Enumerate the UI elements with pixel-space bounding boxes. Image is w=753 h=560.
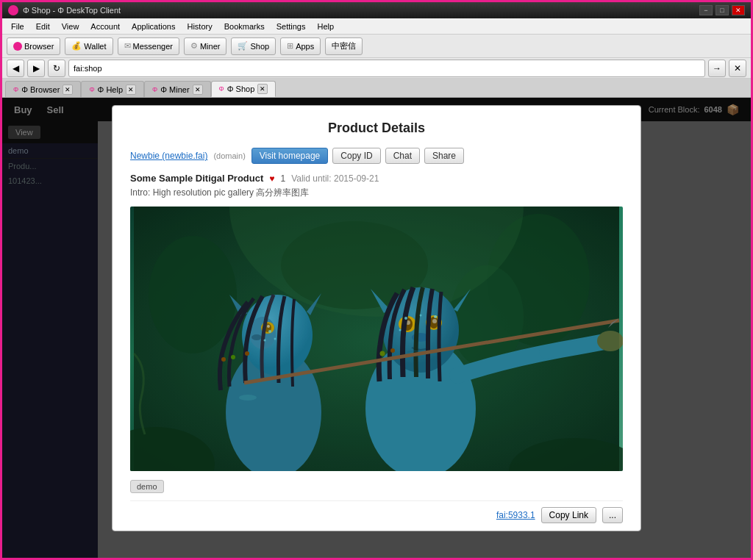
messenger-button[interactable]: ✉ Messenger: [118, 37, 179, 55]
apps-icon: ⊞: [287, 41, 293, 51]
tab-help[interactable]: Φ Φ Help ✕: [81, 81, 144, 97]
app-icon: [8, 5, 18, 15]
menu-history[interactable]: History: [181, 21, 218, 32]
menu-bar: File Edit View Account Applications Hist…: [2, 18, 751, 35]
menu-edit[interactable]: Edit: [30, 21, 56, 32]
main-area: Buy Sell HXBJSNJNBXSSE5IQSVIL6JAS3CLRLAV…: [2, 98, 751, 560]
fai-id-link[interactable]: fai:5933.1: [496, 510, 535, 520]
menu-view[interactable]: View: [56, 21, 85, 32]
intro-label: Intro:: [130, 187, 150, 198]
modal-action-buttons: Visit homepage Copy ID Chat Share: [251, 148, 464, 164]
valid-label: Valid until: 2015-09-21: [291, 173, 379, 184]
tag-row: demo: [130, 480, 623, 493]
visit-homepage-button[interactable]: Visit homepage: [251, 148, 329, 164]
title-bar-left: Φ Shop - Φ DeskTop Client: [8, 5, 121, 15]
browser-icon: [13, 42, 22, 51]
content-area: Buy Sell HXBJSNJNBXSSE5IQSVIL6JAS3CLRLAV…: [2, 98, 751, 560]
messenger-icon: ✉: [124, 41, 131, 51]
product-like-count: 1: [280, 173, 285, 184]
browser-button[interactable]: Browser: [7, 37, 60, 55]
title-bar-title: Φ Shop - Φ DeskTop Client: [23, 6, 121, 15]
valid-date: 2015-09-21: [334, 173, 379, 184]
miner-button[interactable]: ⚙ Miner: [184, 37, 227, 55]
avatar-scene-svg: [130, 207, 623, 471]
tab-help-close[interactable]: ✕: [126, 85, 136, 95]
product-title-row: Some Sample Ditigal Product ♥ 1 Valid un…: [130, 173, 623, 184]
svg-rect-46: [134, 207, 619, 471]
title-bar-controls[interactable]: − □ ✕: [699, 5, 745, 15]
tab-miner[interactable]: Φ Φ Miner ✕: [144, 81, 211, 97]
menu-file[interactable]: File: [5, 21, 30, 32]
maximize-button[interactable]: □: [715, 5, 729, 15]
menu-applications[interactable]: Applications: [126, 21, 181, 32]
product-name: Some Sample Ditigal Product: [130, 173, 263, 184]
wallet-icon: 💰: [71, 41, 82, 51]
tab-help-icon: Φ: [89, 86, 94, 93]
share-button[interactable]: Share: [424, 148, 464, 164]
go-button[interactable]: →: [708, 60, 726, 77]
tab-shop-icon: Φ: [219, 85, 224, 93]
copy-id-button[interactable]: Copy ID: [332, 148, 380, 164]
tab-shop-close[interactable]: ✕: [257, 84, 268, 94]
minimize-button[interactable]: −: [699, 5, 713, 15]
zhongxin-button[interactable]: 中密信: [325, 37, 363, 55]
address-bar[interactable]: fai:shop: [68, 60, 705, 77]
copy-link-button[interactable]: Copy Link: [541, 507, 596, 523]
tab-bar: Φ Φ Browser ✕ Φ Φ Help ✕ Φ Φ Miner ✕ Φ Φ…: [2, 79, 751, 98]
product-image: [130, 207, 623, 471]
author-link[interactable]: Newbie (newbie.fai): [130, 151, 207, 161]
tab-browser[interactable]: Φ Φ Browser ✕: [5, 81, 81, 97]
intro-text: High resolution pic gallery 高分辨率图库: [153, 187, 310, 198]
tab-shop[interactable]: Φ Φ Shop ✕: [211, 81, 276, 97]
menu-account[interactable]: Account: [85, 21, 126, 32]
product-intro: Intro: High resolution pic gallery 高分辨率图…: [130, 187, 623, 199]
shop-button[interactable]: 🛒 Shop: [231, 37, 276, 55]
tag-demo[interactable]: demo: [130, 480, 164, 493]
product-heart-icon: ♥: [269, 173, 274, 184]
modal-overlay: Product Details Newbie (newbie.fai) (dom…: [2, 98, 751, 560]
tab-help-label: Φ Help: [98, 85, 123, 94]
modal-author-row: Newbie (newbie.fai) (domain) Visit homep…: [130, 148, 623, 164]
tab-browser-icon: Φ: [13, 86, 18, 93]
domain-label: (domain): [213, 151, 245, 160]
menu-settings[interactable]: Settings: [271, 21, 312, 32]
refresh-button[interactable]: ↻: [48, 60, 65, 77]
forward-button[interactable]: ▶: [27, 60, 45, 77]
browser-toolbar: Browser 💰 Wallet ✉ Messenger ⚙ Miner 🛒 S…: [2, 35, 751, 58]
tab-shop-label: Φ Shop: [227, 85, 255, 93]
back-button[interactable]: ◀: [7, 60, 24, 77]
tab-miner-label: Φ Miner: [160, 85, 189, 94]
title-bar: Φ Shop - Φ DeskTop Client − □ ✕: [2, 2, 751, 18]
tab-miner-icon: Φ: [152, 86, 157, 93]
menu-bookmarks[interactable]: Bookmarks: [218, 21, 271, 32]
more-button[interactable]: ...: [602, 507, 623, 523]
close-button[interactable]: ✕: [732, 5, 745, 15]
miner-icon: ⚙: [190, 41, 198, 51]
chat-button[interactable]: Chat: [385, 148, 420, 164]
shop-icon: 🛒: [238, 41, 248, 51]
modal-footer: fai:5933.1 Copy Link ...: [130, 500, 623, 523]
wallet-button[interactable]: 💰 Wallet: [65, 37, 113, 55]
modal-title: Product Details: [130, 121, 623, 136]
apps-button[interactable]: ⊞ Apps: [280, 37, 321, 55]
tab-browser-label: Φ Browser: [21, 85, 60, 94]
tab-browser-close[interactable]: ✕: [63, 85, 73, 95]
stop-button[interactable]: ✕: [729, 60, 746, 77]
tab-miner-close[interactable]: ✕: [193, 85, 203, 95]
product-details-modal: Product Details Newbie (newbie.fai) (dom…: [112, 105, 641, 531]
menu-help[interactable]: Help: [311, 21, 340, 32]
